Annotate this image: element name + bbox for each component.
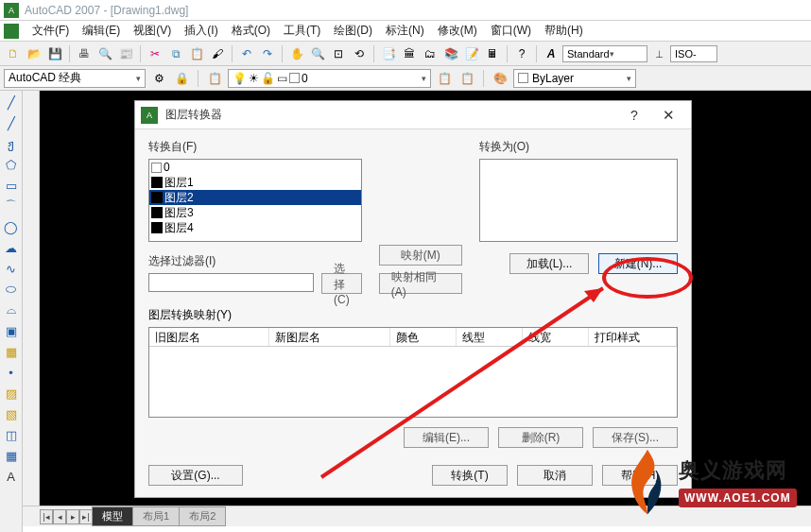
- mapping-table[interactable]: 旧图层名 新图层名 颜色 线型 线宽 打印样式: [148, 327, 678, 418]
- sheet-set-icon[interactable]: 📚: [441, 44, 460, 63]
- list-item[interactable]: 图层4: [149, 220, 361, 235]
- edit-button[interactable]: 编辑(E)...: [404, 427, 489, 448]
- paste-icon[interactable]: 📋: [187, 44, 206, 63]
- arc-icon[interactable]: ⌒: [2, 197, 21, 215]
- color-select[interactable]: ByLayer ▾: [513, 69, 636, 88]
- dimstyle-icon[interactable]: ⟂: [649, 44, 668, 63]
- dimstyle-select[interactable]: ISO-: [670, 45, 717, 62]
- pan-icon[interactable]: ✋: [287, 44, 306, 63]
- point-icon[interactable]: •: [2, 363, 21, 382]
- list-item[interactable]: 图层1: [149, 175, 361, 190]
- menu-format[interactable]: 格式(O): [226, 21, 276, 41]
- menu-modify[interactable]: 修改(M): [432, 21, 483, 41]
- th-new[interactable]: 新图层名: [269, 328, 389, 346]
- zoom-window-icon[interactable]: ⊡: [329, 44, 348, 63]
- new-button[interactable]: 新建(N)...: [598, 253, 678, 274]
- delete-button[interactable]: 删除(R): [498, 427, 583, 448]
- dialog-titlebar[interactable]: A 图层转换器 ? ✕: [135, 101, 691, 129]
- markup-icon[interactable]: 📝: [462, 44, 481, 63]
- dialog-help-icon[interactable]: ?: [617, 108, 651, 123]
- new-icon[interactable]: 🗋: [4, 44, 23, 63]
- settings-button[interactable]: 设置(G)...: [148, 465, 243, 486]
- th-color[interactable]: 颜色: [390, 328, 457, 346]
- plot-preview-icon[interactable]: 🔍: [95, 44, 114, 63]
- properties-icon[interactable]: 📑: [379, 44, 398, 63]
- menu-help[interactable]: 帮助(H): [539, 21, 589, 41]
- block-icon[interactable]: ▦: [2, 342, 21, 361]
- copy-icon[interactable]: ⧉: [166, 44, 185, 63]
- menu-draw[interactable]: 绘图(D): [328, 21, 378, 41]
- tab-last-icon[interactable]: ▸|: [79, 509, 93, 524]
- workspace-lock-icon[interactable]: 🔒: [172, 69, 191, 88]
- map-button[interactable]: 映射(M): [379, 245, 462, 266]
- th-ltype[interactable]: 线型: [457, 328, 523, 346]
- color-icon[interactable]: 🎨: [491, 69, 509, 88]
- map-same-button[interactable]: 映射相同(A): [379, 273, 462, 294]
- table-icon[interactable]: ▦: [2, 446, 21, 465]
- zoom-icon[interactable]: 🔍: [308, 44, 327, 63]
- region-icon[interactable]: ◫: [2, 425, 21, 444]
- convert-to-list[interactable]: [479, 159, 678, 242]
- workspace-select[interactable]: AutoCAD 经典▾: [4, 69, 146, 88]
- spline-icon[interactable]: ∿: [2, 259, 21, 278]
- workspace-settings-icon[interactable]: ⚙: [149, 69, 168, 88]
- ellipse-arc-icon[interactable]: ⌓: [2, 300, 21, 319]
- print-icon[interactable]: 🖶: [75, 44, 94, 63]
- design-center-icon[interactable]: 🏛: [400, 44, 419, 63]
- layers-icon[interactable]: 📋: [205, 69, 224, 88]
- dialog-close-icon[interactable]: ✕: [651, 105, 685, 126]
- menu-view[interactable]: 视图(V): [128, 21, 177, 41]
- tab-layout1[interactable]: 布局1: [132, 506, 180, 526]
- undo-icon[interactable]: ↶: [237, 44, 256, 63]
- pline-icon[interactable]: ჟ: [2, 134, 21, 153]
- help-icon[interactable]: ?: [512, 44, 531, 63]
- match-icon[interactable]: 🖌: [208, 44, 227, 63]
- open-icon[interactable]: 📂: [25, 44, 43, 63]
- hatch-icon[interactable]: ▨: [2, 384, 21, 403]
- menu-window[interactable]: 窗口(W): [485, 21, 537, 41]
- menu-dimension[interactable]: 标注(N): [380, 21, 430, 41]
- menu-insert[interactable]: 插入(I): [179, 21, 223, 41]
- redo-icon[interactable]: ↷: [258, 44, 277, 63]
- list-item[interactable]: 图层2: [149, 190, 361, 205]
- layer-states-icon[interactable]: 📋: [457, 69, 476, 88]
- tab-prev-icon[interactable]: ◂: [53, 509, 66, 524]
- polygon-icon[interactable]: ⬠: [2, 155, 21, 174]
- cut-icon[interactable]: ✂: [146, 44, 164, 63]
- convert-button[interactable]: 转换(T): [432, 465, 508, 486]
- tool-palette-icon[interactable]: 🗂: [421, 44, 440, 63]
- tab-next-icon[interactable]: ▸: [66, 509, 79, 524]
- zoom-prev-icon[interactable]: ⟲: [350, 44, 369, 63]
- list-item[interactable]: 图层3: [149, 205, 361, 220]
- mtext-icon[interactable]: A: [2, 467, 21, 486]
- xline-icon[interactable]: ╱: [2, 113, 21, 132]
- circle-icon[interactable]: ◯: [2, 217, 21, 236]
- list-item[interactable]: 0: [149, 160, 361, 175]
- load-button[interactable]: 加载(L)...: [509, 253, 589, 274]
- save-icon[interactable]: 💾: [45, 44, 64, 63]
- select-button[interactable]: 选择(C): [321, 273, 362, 294]
- tab-first-icon[interactable]: |◂: [40, 509, 53, 524]
- revcloud-icon[interactable]: ☁: [2, 238, 21, 257]
- calc-icon[interactable]: 🖩: [483, 44, 502, 63]
- textstyle-icon[interactable]: A: [542, 44, 561, 63]
- th-pstyle[interactable]: 打印样式: [589, 328, 677, 346]
- layer-select[interactable]: 💡 ☀ 🔓 ▭ 0 ▾: [228, 69, 431, 88]
- tab-model[interactable]: 模型: [92, 506, 133, 526]
- textstyle-select[interactable]: Standard▾: [562, 45, 647, 62]
- rectangle-icon[interactable]: ▭: [2, 176, 21, 195]
- cancel-button[interactable]: 取消: [517, 465, 593, 486]
- insert-icon[interactable]: ▣: [2, 321, 21, 340]
- filter-input[interactable]: [148, 273, 314, 292]
- th-lw[interactable]: 线宽: [523, 328, 589, 346]
- line-icon[interactable]: ╱: [2, 93, 21, 112]
- convert-from-list[interactable]: 0图层1图层2图层3图层4: [148, 159, 362, 242]
- tab-layout2[interactable]: 布局2: [179, 506, 226, 526]
- menu-file[interactable]: 文件(F): [26, 21, 75, 41]
- th-old[interactable]: 旧图层名: [149, 328, 269, 346]
- menu-edit[interactable]: 编辑(E): [77, 21, 126, 41]
- ellipse-icon[interactable]: ⬭: [2, 280, 21, 299]
- gradient-icon[interactable]: ▧: [2, 404, 21, 423]
- menu-tools[interactable]: 工具(T): [278, 21, 326, 41]
- publish-icon[interactable]: 📰: [116, 44, 135, 63]
